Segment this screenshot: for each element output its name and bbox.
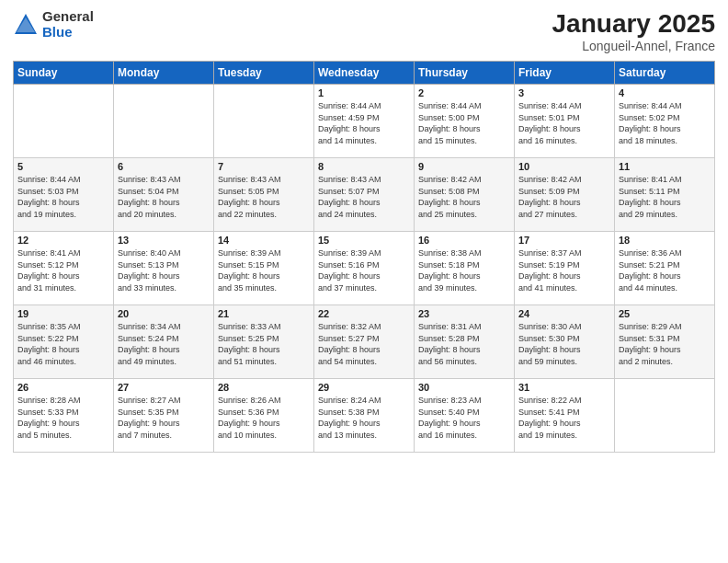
- calendar-header: Sunday Monday Tuesday Wednesday Thursday…: [14, 62, 715, 85]
- day-info-11: Sunrise: 8:41 AM Sunset: 5:11 PM Dayligh…: [619, 174, 711, 220]
- cell-w0-d6: 4Sunrise: 8:44 AM Sunset: 5:02 PM Daylig…: [615, 85, 715, 158]
- day-number-13: 13: [118, 235, 210, 246]
- logo-blue: Blue: [42, 25, 94, 40]
- day-number-6: 6: [118, 161, 210, 172]
- day-number-4: 4: [619, 87, 711, 98]
- day-info-3: Sunrise: 8:44 AM Sunset: 5:01 PM Dayligh…: [518, 100, 610, 146]
- day-number-9: 9: [418, 161, 510, 172]
- cell-w1-d5: 10Sunrise: 8:42 AM Sunset: 5:09 PM Dayli…: [515, 158, 615, 232]
- cell-w3-d3: 22Sunrise: 8:32 AM Sunset: 5:27 PM Dayli…: [314, 305, 415, 379]
- week-row-0: 1Sunrise: 8:44 AM Sunset: 4:59 PM Daylig…: [14, 85, 715, 158]
- calendar-body: 1Sunrise: 8:44 AM Sunset: 4:59 PM Daylig…: [14, 85, 715, 453]
- calendar-table: Sunday Monday Tuesday Wednesday Thursday…: [13, 61, 715, 453]
- cell-w4-d5: 31Sunrise: 8:22 AM Sunset: 5:41 PM Dayli…: [515, 379, 615, 453]
- day-number-14: 14: [218, 235, 310, 246]
- cell-w0-d4: 2Sunrise: 8:44 AM Sunset: 5:00 PM Daylig…: [415, 85, 515, 158]
- day-number-7: 7: [218, 161, 310, 172]
- day-info-28: Sunrise: 8:26 AM Sunset: 5:36 PM Dayligh…: [218, 395, 310, 441]
- day-info-29: Sunrise: 8:24 AM Sunset: 5:38 PM Dayligh…: [318, 395, 410, 441]
- day-info-12: Sunrise: 8:41 AM Sunset: 5:12 PM Dayligh…: [17, 247, 109, 293]
- cell-w4-d2: 28Sunrise: 8:26 AM Sunset: 5:36 PM Dayli…: [214, 379, 314, 453]
- week-row-3: 19Sunrise: 8:35 AM Sunset: 5:22 PM Dayli…: [14, 305, 715, 379]
- day-number-27: 27: [118, 382, 210, 393]
- cell-w1-d3: 8Sunrise: 8:43 AM Sunset: 5:07 PM Daylig…: [314, 158, 415, 232]
- day-info-15: Sunrise: 8:39 AM Sunset: 5:16 PM Dayligh…: [318, 247, 410, 293]
- cell-w1-d4: 9Sunrise: 8:42 AM Sunset: 5:08 PM Daylig…: [415, 158, 515, 232]
- cell-w4-d1: 27Sunrise: 8:27 AM Sunset: 5:35 PM Dayli…: [114, 379, 214, 453]
- day-info-21: Sunrise: 8:33 AM Sunset: 5:25 PM Dayligh…: [218, 321, 310, 367]
- calendar-subtitle: Longueil-Annel, France: [552, 39, 715, 53]
- cell-w1-d1: 6Sunrise: 8:43 AM Sunset: 5:04 PM Daylig…: [114, 158, 214, 232]
- cell-w1-d6: 11Sunrise: 8:41 AM Sunset: 5:11 PM Dayli…: [615, 158, 715, 232]
- logo-general: General: [42, 9, 94, 25]
- cell-w2-d4: 16Sunrise: 8:38 AM Sunset: 5:18 PM Dayli…: [415, 232, 515, 305]
- calendar-title: January 2025: [552, 9, 715, 39]
- day-info-2: Sunrise: 8:44 AM Sunset: 5:00 PM Dayligh…: [418, 100, 510, 146]
- cell-w3-d4: 23Sunrise: 8:31 AM Sunset: 5:28 PM Dayli…: [415, 305, 515, 379]
- day-number-29: 29: [318, 382, 410, 393]
- cell-w4-d4: 30Sunrise: 8:23 AM Sunset: 5:40 PM Dayli…: [415, 379, 515, 453]
- cell-w2-d3: 15Sunrise: 8:39 AM Sunset: 5:16 PM Dayli…: [314, 232, 415, 305]
- cell-w4-d0: 26Sunrise: 8:28 AM Sunset: 5:33 PM Dayli…: [14, 379, 114, 453]
- day-number-15: 15: [318, 235, 410, 246]
- cell-w0-d5: 3Sunrise: 8:44 AM Sunset: 5:01 PM Daylig…: [515, 85, 615, 158]
- cell-w2-d5: 17Sunrise: 8:37 AM Sunset: 5:19 PM Dayli…: [515, 232, 615, 305]
- header-friday: Friday: [515, 62, 615, 85]
- day-info-16: Sunrise: 8:38 AM Sunset: 5:18 PM Dayligh…: [418, 247, 510, 293]
- day-info-27: Sunrise: 8:27 AM Sunset: 5:35 PM Dayligh…: [118, 395, 210, 441]
- day-info-22: Sunrise: 8:32 AM Sunset: 5:27 PM Dayligh…: [318, 321, 410, 367]
- day-number-5: 5: [17, 161, 109, 172]
- day-info-1: Sunrise: 8:44 AM Sunset: 4:59 PM Dayligh…: [318, 100, 410, 146]
- day-info-25: Sunrise: 8:29 AM Sunset: 5:31 PM Dayligh…: [619, 321, 711, 367]
- svg-marker-1: [17, 17, 35, 32]
- day-info-10: Sunrise: 8:42 AM Sunset: 5:09 PM Dayligh…: [518, 174, 610, 220]
- day-info-14: Sunrise: 8:39 AM Sunset: 5:15 PM Dayligh…: [218, 247, 310, 293]
- header-sunday: Sunday: [14, 62, 114, 85]
- day-info-20: Sunrise: 8:34 AM Sunset: 5:24 PM Dayligh…: [118, 321, 210, 367]
- header-saturday: Saturday: [615, 62, 715, 85]
- day-info-5: Sunrise: 8:44 AM Sunset: 5:03 PM Dayligh…: [17, 174, 109, 220]
- header-tuesday: Tuesday: [214, 62, 314, 85]
- day-number-2: 2: [418, 87, 510, 98]
- day-number-21: 21: [218, 308, 310, 319]
- day-number-19: 19: [17, 308, 109, 319]
- cell-w0-d2: [214, 85, 314, 158]
- header-wednesday: Wednesday: [314, 62, 415, 85]
- day-info-24: Sunrise: 8:30 AM Sunset: 5:30 PM Dayligh…: [518, 321, 610, 367]
- cell-w3-d5: 24Sunrise: 8:30 AM Sunset: 5:30 PM Dayli…: [515, 305, 615, 379]
- day-info-9: Sunrise: 8:42 AM Sunset: 5:08 PM Dayligh…: [418, 174, 510, 220]
- day-number-20: 20: [118, 308, 210, 319]
- week-row-2: 12Sunrise: 8:41 AM Sunset: 5:12 PM Dayli…: [14, 232, 715, 305]
- day-number-10: 10: [518, 161, 610, 172]
- logo-text: General Blue: [42, 9, 94, 40]
- cell-w4-d3: 29Sunrise: 8:24 AM Sunset: 5:38 PM Dayli…: [314, 379, 415, 453]
- cell-w4-d6: [615, 379, 715, 453]
- calendar-page: General Blue January 2025 Longueil-Annel…: [0, 0, 728, 563]
- day-info-19: Sunrise: 8:35 AM Sunset: 5:22 PM Dayligh…: [17, 321, 109, 367]
- cell-w3-d1: 20Sunrise: 8:34 AM Sunset: 5:24 PM Dayli…: [114, 305, 214, 379]
- day-number-17: 17: [518, 235, 610, 246]
- header-thursday: Thursday: [415, 62, 515, 85]
- week-row-4: 26Sunrise: 8:28 AM Sunset: 5:33 PM Dayli…: [14, 379, 715, 453]
- day-number-3: 3: [518, 87, 610, 98]
- day-number-25: 25: [619, 308, 711, 319]
- day-number-23: 23: [418, 308, 510, 319]
- day-info-18: Sunrise: 8:36 AM Sunset: 5:21 PM Dayligh…: [619, 247, 711, 293]
- cell-w2-d2: 14Sunrise: 8:39 AM Sunset: 5:15 PM Dayli…: [214, 232, 314, 305]
- day-number-28: 28: [218, 382, 310, 393]
- day-number-22: 22: [318, 308, 410, 319]
- cell-w2-d6: 18Sunrise: 8:36 AM Sunset: 5:21 PM Dayli…: [615, 232, 715, 305]
- day-info-6: Sunrise: 8:43 AM Sunset: 5:04 PM Dayligh…: [118, 174, 210, 220]
- cell-w0-d1: [114, 85, 214, 158]
- day-number-26: 26: [17, 382, 109, 393]
- day-info-30: Sunrise: 8:23 AM Sunset: 5:40 PM Dayligh…: [418, 395, 510, 441]
- day-number-16: 16: [418, 235, 510, 246]
- cell-w3-d6: 25Sunrise: 8:29 AM Sunset: 5:31 PM Dayli…: [615, 305, 715, 379]
- day-info-8: Sunrise: 8:43 AM Sunset: 5:07 PM Dayligh…: [318, 174, 410, 220]
- cell-w1-d2: 7Sunrise: 8:43 AM Sunset: 5:05 PM Daylig…: [214, 158, 314, 232]
- cell-w3-d2: 21Sunrise: 8:33 AM Sunset: 5:25 PM Dayli…: [214, 305, 314, 379]
- cell-w2-d0: 12Sunrise: 8:41 AM Sunset: 5:12 PM Dayli…: [14, 232, 114, 305]
- header-row: Sunday Monday Tuesday Wednesday Thursday…: [14, 62, 715, 85]
- day-number-31: 31: [518, 382, 610, 393]
- day-info-13: Sunrise: 8:40 AM Sunset: 5:13 PM Dayligh…: [118, 247, 210, 293]
